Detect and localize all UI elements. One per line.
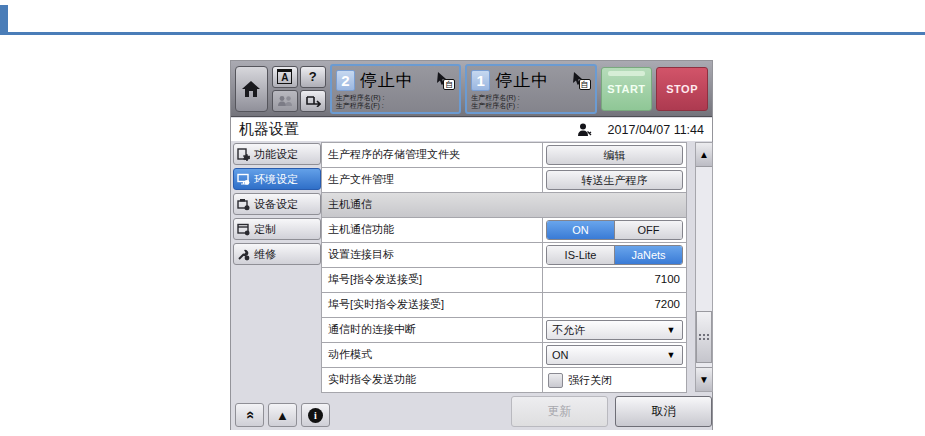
setting-row-disconnect-during-comm: 通信时的连接中断 不允许 ▼ — [322, 318, 686, 343]
operator-login-icon[interactable] — [577, 123, 592, 137]
page: A ? — [0, 0, 925, 436]
setting-row-port-realtime: 埠号[实时指令发送接受] 7200 — [322, 293, 686, 318]
character-icon: A — [277, 69, 292, 84]
program-name-r: 生产程序名(R) : — [471, 94, 590, 102]
dropdown-value: ON — [552, 349, 569, 361]
double-chevron-up-icon: » — [245, 411, 255, 419]
page-title: 机器设置 — [239, 120, 299, 139]
sidebar-item-label: 环境设定 — [254, 172, 298, 187]
scroll-up-button[interactable]: ▲ — [696, 143, 712, 167]
toggle-option-off[interactable]: OFF — [615, 221, 682, 239]
info-button[interactable]: i — [301, 403, 330, 427]
io-connector-icon — [305, 95, 321, 107]
setting-label: 埠号[指令发送接受] — [322, 268, 542, 292]
station-program-lines: 生产程序名(R) : 生产程序名(F) : — [336, 94, 455, 110]
section-title: 主机通信 — [322, 193, 686, 217]
toolbar-button-grid: A ? — [272, 66, 326, 112]
home-icon — [241, 80, 261, 98]
toggle-option-on[interactable]: ON — [547, 221, 615, 239]
scrollbar-thumb[interactable] — [696, 311, 712, 363]
setting-label: 埠号[实时指令发送接受] — [322, 293, 542, 317]
datetime-label: 2017/04/07 11:44 — [608, 123, 704, 137]
setting-label: 动作模式 — [322, 343, 542, 367]
arrow-up-icon: ▲ — [699, 149, 709, 160]
sidebar-item-maintenance[interactable]: 维修 — [233, 243, 321, 265]
help-button[interactable]: ? — [300, 66, 326, 88]
setting-label: 实时指令发送功能 — [322, 368, 542, 392]
start-button[interactable]: START — [601, 67, 653, 111]
stop-label: STOP — [666, 83, 698, 95]
sidebar-item-environment-settings[interactable]: 环境设定 — [233, 168, 321, 190]
on-off-toggle: ON OFF — [546, 220, 683, 240]
character-input-button[interactable]: A — [272, 66, 298, 88]
toggle-option-is-lite[interactable]: IS-Lite — [547, 246, 615, 264]
gear-doc-icon — [237, 148, 250, 161]
update-button[interactable]: 更新 — [511, 396, 608, 427]
setting-row-storage-folder: 生产程序的存储管理文件夹 编辑 — [322, 143, 686, 168]
start-label: START — [607, 83, 645, 95]
device-gear-icon — [237, 198, 250, 211]
sidebar-item-customize[interactable]: 定制 — [233, 218, 321, 240]
setting-row-port-command: 埠号[指令发送接受] 7100 — [322, 268, 686, 293]
monitor-gear-icon — [237, 173, 250, 186]
setting-label: 主机通信功能 — [322, 218, 542, 242]
grip-dots-icon — [698, 333, 710, 342]
station-number-badge: 2 — [336, 70, 355, 91]
transfer-program-button[interactable]: 转送生产程序 — [546, 170, 683, 190]
sidebar-item-device-settings[interactable]: 设备设定 — [233, 193, 321, 215]
setting-label: 通信时的连接中断 — [322, 318, 542, 342]
setting-row-production-file-management: 生产文件管理 转送生产程序 — [322, 168, 686, 193]
settings-scrollbar[interactable]: ▲ ▼ — [695, 142, 713, 392]
info-icon: i — [308, 408, 323, 423]
program-name-f: 生产程序名(F) : — [336, 102, 455, 110]
station-panel-2[interactable]: 2 停止中 自 生产程序名(R) : 生产程序名(F) : — [330, 64, 461, 114]
warning-button[interactable]: ▲ — [268, 403, 297, 427]
content-area: 功能设定 环境设定 设备设定 定制 维修 生产程序的存储管理文件夹 — [231, 141, 712, 430]
force-off-checkbox[interactable] — [548, 373, 563, 388]
operators-icon — [277, 95, 293, 107]
operation-mode-dropdown[interactable]: ON ▼ — [546, 345, 683, 365]
port-command-value[interactable]: 7100 — [543, 268, 686, 292]
setting-row-host-comm-function: 主机通信功能 ON OFF — [322, 218, 686, 243]
sidebar-item-label: 维修 — [254, 247, 276, 262]
sidebar-item-label: 定制 — [254, 222, 276, 237]
setting-row-connection-target: 设置连接目标 IS-Lite JaNets — [322, 243, 686, 268]
sidebar-item-label: 设备设定 — [254, 197, 298, 212]
stop-button[interactable]: STOP — [656, 67, 708, 111]
top-toolbar: A ? — [231, 61, 712, 117]
connection-target-toggle: IS-Lite JaNets — [546, 245, 683, 265]
station-status-text: 停止中 — [360, 69, 414, 92]
window-gear-icon — [237, 223, 250, 236]
chevron-down-icon: ▼ — [660, 350, 682, 360]
chevron-down-icon: ▼ — [660, 325, 682, 335]
title-bar: 机器设置 2017/04/07 11:44 — [231, 118, 712, 141]
cancel-button[interactable]: 取消 — [615, 396, 712, 427]
port-realtime-value[interactable]: 7200 — [543, 293, 686, 317]
section-header-host-communication: 主机通信 — [322, 193, 686, 218]
accent-bar — [0, 5, 8, 33]
collapse-panel-button[interactable]: » — [235, 403, 264, 427]
machine-settings-window: A ? — [230, 60, 713, 430]
warning-triangle-icon: ▲ — [276, 409, 289, 422]
setting-row-operation-mode: 动作模式 ON ▼ — [322, 343, 686, 368]
program-name-r: 生产程序名(R) : — [336, 94, 455, 102]
help-icon: ? — [309, 69, 317, 84]
edit-button[interactable]: 编辑 — [546, 145, 683, 165]
station-panel-1[interactable]: 1 停止中 自 生产程序名(R) : 生产程序名(F) : — [465, 64, 596, 114]
toggle-option-janets[interactable]: JaNets — [615, 246, 682, 264]
disconnect-dropdown[interactable]: 不允许 ▼ — [546, 320, 683, 340]
io-connector-button[interactable] — [300, 90, 326, 112]
setting-row-realtime-command-function: 实时指令发送功能 强行关闭 — [322, 368, 686, 393]
setting-label: 生产程序的存储管理文件夹 — [322, 143, 542, 167]
operators-button[interactable] — [272, 90, 298, 112]
home-button[interactable] — [235, 66, 268, 112]
scroll-down-button[interactable]: ▼ — [696, 367, 712, 391]
setting-label: 生产文件管理 — [322, 168, 542, 192]
accent-line — [0, 32, 925, 35]
setting-label: 设置连接目标 — [322, 243, 542, 267]
checkbox-label: 强行关闭 — [568, 373, 612, 388]
sidebar-item-function-settings[interactable]: 功能设定 — [233, 143, 321, 165]
station-number-badge: 1 — [471, 70, 490, 91]
dropdown-value: 不允许 — [552, 323, 585, 338]
program-name-f: 生产程序名(F) : — [471, 102, 590, 110]
